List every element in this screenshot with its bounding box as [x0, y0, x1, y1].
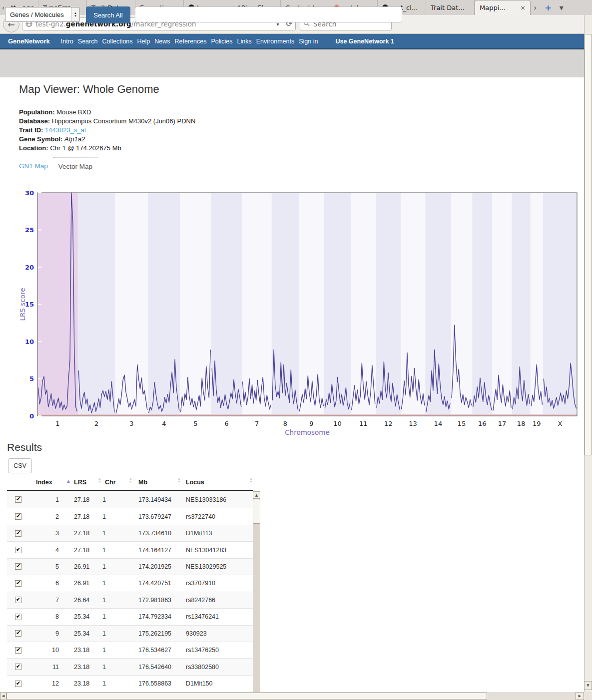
cell-lrs: 27.18 — [60, 547, 88, 554]
cell-checkbox: ✔ — [7, 547, 29, 553]
column-header-mb[interactable]: Mb — [138, 479, 147, 486]
sort-icon[interactable]: ▲▼ — [129, 477, 132, 483]
chrom-band-16 — [472, 193, 492, 416]
cell-locus: D1Mit150 — [172, 680, 253, 687]
cell-index: 6 — [29, 580, 60, 587]
sort-asc-icon[interactable]: ▲ — [66, 478, 71, 484]
cell-index: 2 — [29, 513, 60, 520]
column-header-chr[interactable]: Chr — [105, 479, 116, 486]
page-vertical-scrollbar-thumb[interactable] — [585, 34, 592, 455]
trait-id-link[interactable]: 1443823_s_at — [45, 126, 86, 134]
row-checkbox[interactable]: ✔ — [15, 496, 21, 503]
all-tabs-caret-icon[interactable]: ▾ — [560, 3, 564, 12]
csv-export-button[interactable]: CSV — [8, 458, 32, 473]
cell-index: 5 — [29, 563, 60, 570]
info-population: Population: Mouse BXD — [19, 108, 91, 117]
cell-checkbox: ✔ — [7, 647, 29, 654]
global-search-input[interactable] — [135, 6, 402, 22]
cell-checkbox: ✔ — [7, 496, 29, 503]
y-tick-label: 20 — [25, 264, 34, 271]
cell-locus: rs33802580 — [172, 664, 253, 671]
page-scroll-right-icon[interactable]: ▶ — [576, 692, 584, 700]
column-header-locus[interactable]: Locus — [186, 479, 204, 486]
cell-lrs: 27.18 — [60, 513, 88, 520]
page-scroll-down-icon[interactable]: ▼ — [584, 681, 592, 690]
cell-mb: 174.420751 — [124, 580, 172, 587]
column-header-lrs[interactable]: LRS — [74, 479, 86, 486]
cell-locus: rs3707910 — [172, 580, 253, 587]
row-checkbox[interactable]: ✔ — [15, 530, 21, 537]
cell-locus: rs8242766 — [172, 597, 253, 604]
page-scroll-left-icon[interactable]: ◀ — [0, 692, 6, 700]
cell-mb: 173.734610 — [124, 530, 172, 537]
cell-mb: 174.792334 — [124, 613, 172, 620]
info-label: Location: — [19, 144, 48, 152]
x-tick-label-chr19: 19 — [533, 420, 541, 427]
chrom-band-19 — [531, 193, 543, 416]
nav-link-collections[interactable]: Collections — [102, 38, 132, 45]
nav-links: IntroSearchCollectionsHelpNewsReferences… — [61, 38, 323, 45]
cell-chr: 1 — [88, 680, 124, 687]
page-horizontal-scrollbar-thumb[interactable] — [6, 693, 487, 700]
tab-close-icon[interactable]: × — [520, 4, 526, 11]
x-tick-label-chrX: X — [558, 420, 562, 427]
nav-link-help[interactable]: Help — [137, 38, 150, 45]
nav-link-environments[interactable]: Environments — [256, 38, 294, 45]
table-scroll-up-icon[interactable]: ▲ — [253, 491, 260, 499]
tab-gn1-map[interactable]: GN1 Map — [19, 162, 48, 170]
category-select[interactable]: Genes / Molecules ▴▾ — [5, 7, 80, 22]
nav-link-references[interactable]: References — [175, 38, 207, 45]
search-all-button[interactable]: Search All — [86, 6, 130, 23]
brand-logo[interactable]: GeneNetwork — [8, 37, 50, 45]
browser-tab[interactable]: Trait Dat... — [426, 0, 475, 15]
info-database: Database: Hippocampus Consortium M430v2 … — [19, 117, 195, 126]
x-tick-label-chr9: 9 — [309, 420, 313, 427]
table-scrollbar-thumb[interactable] — [253, 499, 260, 524]
nav-link-news[interactable]: News — [154, 38, 170, 45]
y-tick-label: 10 — [25, 338, 34, 346]
nav-link-sign-in[interactable]: Sign in — [299, 38, 318, 45]
row-checkbox[interactable]: ✔ — [15, 563, 21, 570]
tab-scroll-right-icon[interactable]: › — [534, 3, 537, 12]
results-heading: Results — [7, 441, 42, 453]
row-checkbox[interactable]: ✔ — [15, 630, 21, 637]
info-gene-symbol: Gene Symbol: Atp1a2 — [19, 135, 85, 144]
x-tick-label-chr10: 10 — [333, 420, 342, 427]
nav-link-intro[interactable]: Intro — [61, 38, 73, 45]
table-scrollbar[interactable]: ▲ — [253, 491, 260, 692]
row-checkbox[interactable]: ✔ — [15, 681, 21, 687]
cell-locus: 930923 — [172, 630, 253, 637]
table-row: ✔626.911174.420751rs3707910 — [7, 575, 253, 591]
row-checkbox[interactable]: ✔ — [15, 614, 21, 620]
cell-index: 7 — [29, 597, 60, 604]
cell-chr: 1 — [88, 530, 124, 537]
sort-icon[interactable]: ▲▼ — [249, 477, 253, 483]
x-tick-label-chr2: 2 — [94, 420, 98, 427]
sort-icon[interactable]: ▲▼ — [98, 477, 101, 483]
row-checkbox[interactable]: ✔ — [15, 547, 21, 553]
new-tab-icon[interactable]: + — [545, 3, 551, 12]
cell-locus: NES13033186 — [172, 496, 253, 503]
sort-icon[interactable]: ▲▼ — [177, 477, 181, 483]
use-genenetwork1-link[interactable]: Use GeneNetwork 1 — [335, 38, 394, 45]
tab-title: Trait Dat... — [431, 4, 465, 11]
tab-vector-map[interactable]: Vector Map — [53, 157, 97, 175]
row-checkbox[interactable]: ✔ — [15, 513, 21, 520]
nav-link-policies[interactable]: Policies — [211, 38, 233, 45]
column-header-index[interactable]: Index — [36, 479, 52, 486]
x-tick-label-chr14: 14 — [434, 420, 443, 427]
x-tick-label-chr8: 8 — [283, 420, 287, 427]
nav-link-links[interactable]: Links — [237, 38, 252, 45]
cell-chr: 1 — [88, 664, 124, 671]
x-tick-label-chr17: 17 — [498, 420, 507, 427]
nav-link-search[interactable]: Search — [78, 38, 98, 45]
row-checkbox[interactable]: ✔ — [15, 664, 21, 670]
y-axis-label: LRS score — [18, 288, 26, 321]
cell-mb: 175.262195 — [124, 630, 172, 637]
row-checkbox[interactable]: ✔ — [15, 647, 21, 654]
row-checkbox[interactable]: ✔ — [15, 580, 21, 587]
row-checkbox[interactable]: ✔ — [15, 597, 21, 603]
gene-symbol-value: Atp1a2 — [64, 135, 85, 143]
cell-checkbox: ✔ — [7, 563, 29, 570]
browser-tab-active[interactable]: Mappi...× — [475, 0, 531, 15]
